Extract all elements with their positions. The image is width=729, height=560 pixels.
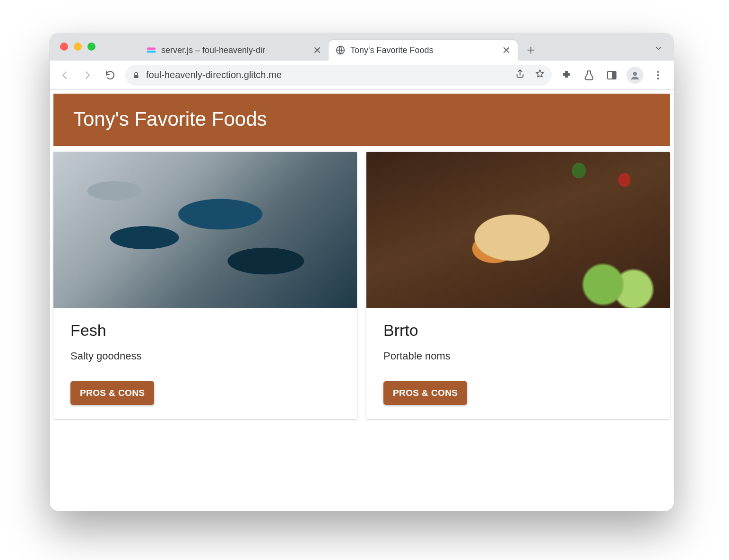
- svg-rect-5: [612, 71, 616, 79]
- extensions-icon[interactable]: [558, 67, 574, 83]
- close-tab-icon[interactable]: [312, 45, 322, 55]
- bookmark-star-icon[interactable]: [535, 69, 545, 81]
- tab-favorite-foods[interactable]: Tony's Favorite Foods: [329, 40, 518, 61]
- card-body: Brrto Portable noms PROS & CONS: [366, 308, 670, 419]
- back-button[interactable]: [54, 65, 75, 86]
- food-image: [366, 152, 670, 308]
- food-image: [53, 152, 357, 308]
- share-icon[interactable]: [515, 69, 525, 81]
- browser-window: server.js – foul-heavenly-dir Tony's Fav…: [50, 33, 674, 511]
- tab-title: server.js – foul-heavenly-dir: [161, 45, 308, 55]
- svg-rect-3: [134, 75, 139, 78]
- toolbar-actions: [558, 67, 669, 84]
- svg-point-8: [657, 74, 659, 76]
- card-title: Brrto: [383, 321, 653, 340]
- page-title-text: Tony's Favorite Foods: [73, 108, 267, 130]
- page-viewport: Tony's Favorite Foods Fesh Salty goodnes…: [50, 90, 674, 511]
- card-description: Salty goodness: [70, 350, 340, 362]
- card-body: Fesh Salty goodness PROS & CONS: [53, 308, 357, 419]
- tab-glitch-editor[interactable]: server.js – foul-heavenly-dir: [139, 40, 329, 61]
- lock-icon: [132, 71, 140, 79]
- pros-cons-button[interactable]: PROS & CONS: [70, 381, 154, 405]
- button-label: PROS & CONS: [80, 388, 145, 398]
- tabs: server.js – foul-heavenly-dir Tony's Fav…: [139, 33, 540, 61]
- new-tab-button[interactable]: [521, 41, 540, 60]
- address-bar[interactable]: foul-heavenly-direction.glitch.me: [125, 65, 552, 86]
- card-title: Fesh: [70, 321, 340, 340]
- tab-strip: server.js – foul-heavenly-dir Tony's Fav…: [50, 33, 674, 61]
- page-title: Tony's Favorite Foods: [53, 94, 670, 146]
- kebab-menu-icon[interactable]: [650, 67, 666, 83]
- svg-rect-0: [147, 48, 156, 50]
- button-label: PROS & CONS: [393, 388, 458, 398]
- food-card-brrto: Brrto Portable noms PROS & CONS: [366, 152, 670, 419]
- pros-cons-button[interactable]: PROS & CONS: [383, 381, 467, 405]
- glitch-icon: [146, 45, 156, 55]
- url-text: foul-heavenly-direction.glitch.me: [146, 70, 509, 80]
- side-panel-icon[interactable]: [604, 67, 620, 83]
- maximize-window-button[interactable]: [87, 43, 95, 51]
- toolbar: foul-heavenly-direction.glitch.me: [50, 61, 674, 90]
- forward-button[interactable]: [77, 65, 98, 86]
- cards-row: Fesh Salty goodness PROS & CONS Brrto Po…: [53, 146, 670, 419]
- reload-button[interactable]: [100, 65, 121, 86]
- card-description: Portable noms: [383, 350, 653, 362]
- food-card-fesh: Fesh Salty goodness PROS & CONS: [53, 152, 357, 419]
- labs-icon[interactable]: [581, 67, 597, 83]
- close-tab-icon[interactable]: [502, 45, 511, 55]
- tabs-dropdown-button[interactable]: [652, 42, 665, 55]
- svg-rect-1: [147, 51, 156, 53]
- svg-point-7: [657, 71, 659, 73]
- tab-title: Tony's Favorite Foods: [350, 45, 497, 55]
- minimize-window-button[interactable]: [74, 43, 82, 51]
- svg-point-6: [633, 72, 637, 76]
- svg-point-9: [657, 78, 659, 79]
- globe-icon: [335, 45, 346, 55]
- profile-avatar[interactable]: [626, 67, 643, 84]
- window-controls: [60, 43, 95, 51]
- close-window-button[interactable]: [60, 43, 68, 51]
